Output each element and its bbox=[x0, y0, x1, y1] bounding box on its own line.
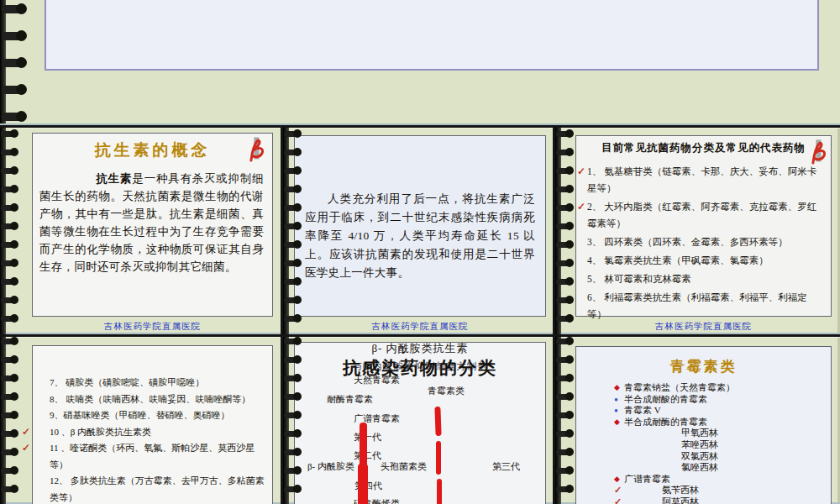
red-pen-stroke bbox=[436, 441, 441, 475]
red-pen-stroke bbox=[437, 479, 442, 504]
list-item: ●半合成耐酸的青霉素 bbox=[614, 394, 831, 406]
slide-5: β- 内酰胺类抗生素 与β-内酰胺酶抑制剂复方制剂 抗感染药物的分类 天然青霉素… bbox=[294, 342, 546, 504]
list-item-text: 半合成耐酸的青霉素 bbox=[624, 394, 707, 404]
list-item-text: 双氯西林 bbox=[681, 451, 718, 461]
list-item-text: 4、 氯霉素类抗生素（甲砜霉素、氯霉素） bbox=[587, 255, 769, 265]
list-item: ◆青霉素钠盐（天然青霉素） bbox=[614, 382, 831, 394]
list-item: 3、 四环素类（四环素、金霉素、多西环素等） bbox=[587, 234, 824, 250]
list-item-text: 阿莫西林 bbox=[662, 496, 699, 504]
list-item: ◆广谱青霉素 bbox=[614, 474, 831, 486]
list-item: ✓氨苄西林 bbox=[614, 485, 831, 496]
handout-page-6: 青霉素类 ◆青霉素钠盐（天然青霉素） ●半合成耐酸的青霉素 ●青霉素 V ◆半合… bbox=[555, 337, 840, 504]
tree-label: 第二代 bbox=[354, 449, 381, 462]
slide-2: 人类充分利用了后一点，将抗生素广泛应用于临床，到二十世纪末感染性疾病病死率降至 … bbox=[294, 135, 546, 317]
blank-slide-area bbox=[45, 0, 819, 71]
list-item-text: 11 、喹诺酮类（环丙、氧氟、斯帕沙星、莫西沙星等） bbox=[50, 443, 255, 470]
list-item-text: 2、 大环内脂类（红霉素、阿齐霉素、克拉霉素、罗红霉素等） bbox=[587, 202, 816, 228]
list-item-text: 苯唑西林 bbox=[681, 439, 718, 449]
list-item-text: 1、 氨基糖苷类（链霉素、卡那、庆大、妥布、阿米卡星等） bbox=[587, 166, 816, 193]
list-item-text: 3、 四环素类（四环素、金霉素、多西环素等） bbox=[587, 237, 788, 247]
handout-page-3: 目前常见抗菌药物分类及常见的代表药物 ✓1、 氨基糖苷类（链霉素、卡那、庆大、妥… bbox=[555, 128, 840, 334]
list-item: ●青霉素 V bbox=[614, 405, 831, 417]
red-pen-stroke bbox=[434, 407, 441, 436]
list-item-text: 7、 磺胺类（磺胺嘧啶、磺胺甲噁唑） bbox=[50, 377, 204, 387]
list-item: ✓10 、β 内酰胺类抗生素类 bbox=[50, 424, 267, 441]
diamond-bullet-icon: ◆ bbox=[614, 474, 624, 486]
list-item: 氯唑西林 bbox=[681, 462, 831, 474]
slide-body: 人类充分利用了后一点，将抗生素广泛应用于临床，到二十世纪末感染性疾病病死率降至 … bbox=[305, 190, 535, 282]
handout-page-5: β- 内酰胺类抗生素 与β-内酰胺酶抑制剂复方制剂 抗感染药物的分类 天然青霉素… bbox=[283, 337, 553, 504]
list-item: ✓11 、喹诺酮类（环丙、氧氟、斯帕沙星、莫西沙星等） bbox=[50, 440, 267, 473]
tree-label: 天然青霉素 bbox=[354, 374, 400, 386]
slide-title: 青霉素类 bbox=[576, 357, 831, 376]
spiral-binding bbox=[0, 0, 30, 123]
handout-page-1: 抗生素的概念 抗生素是一种具有杀灭或抑制细菌生长的药物。天然抗菌素是微生物的代谢… bbox=[0, 128, 281, 334]
body-bold-term: 抗生素 bbox=[97, 172, 133, 185]
drug-class-list: 7、 磺胺类（磺胺嘧啶、磺胺甲噁唑） 8、 呋喃类（呋喃西林、呋喃妥因、呋喃唑酮… bbox=[33, 375, 267, 504]
list-item: 6、 利福霉素类抗生素（利福霉素、利福平、利福定等） bbox=[587, 289, 824, 323]
slide-heading-small: β- 内酰胺类抗生素 bbox=[295, 341, 545, 356]
handout-page-2: 人类充分利用了后一点，将抗生素广泛应用于临床，到二十世纪末感染性疾病病死率降至 … bbox=[283, 128, 553, 334]
notebook-page-top bbox=[0, 0, 840, 125]
tree-label: β- 内酰胺类 bbox=[307, 460, 354, 473]
spiral-binding bbox=[555, 337, 585, 504]
slide-footer: 吉林医药学院直属医院 bbox=[294, 321, 546, 333]
list-item-text: 青霉素钠盐（天然青霉素） bbox=[624, 382, 735, 392]
slide-heading-large: 抗感染药物的分类 bbox=[295, 356, 545, 380]
drug-class-list: ✓1、 氨基糖苷类（链霉素、卡那、庆大、妥布、阿米卡星等） ✓2、 大环内脂类（… bbox=[576, 163, 824, 323]
list-item-text: 半合成耐酶的青霉素 bbox=[624, 417, 707, 427]
spiral-binding bbox=[283, 337, 313, 504]
slide-body: 抗生素是一种具有杀灭或抑制细菌生长的药物。天然抗菌素是微生物的代谢产物，其中有一… bbox=[39, 170, 264, 276]
tree-label: 耐酶青霉素 bbox=[327, 393, 373, 406]
hospital-logo-icon bbox=[807, 138, 829, 168]
slide-title: 目前常见抗菌药物分类及常见的代表药物 bbox=[576, 141, 831, 155]
tree-label: 第一代 bbox=[354, 431, 381, 444]
list-item: 苯唑西林 bbox=[681, 439, 831, 451]
list-item-text: 甲氧西林 bbox=[681, 428, 718, 438]
list-item-text: 青霉素 V bbox=[624, 405, 661, 415]
checkmark-icon: ✓ bbox=[614, 496, 662, 504]
list-item-text: 广谱青霉素 bbox=[624, 474, 670, 484]
list-item-text: 8、 呋喃类（呋喃西林、呋喃妥因、呋喃唑酮等） bbox=[50, 394, 250, 404]
list-item: ◆半合成耐酶的青霉素 bbox=[614, 417, 831, 428]
slide-4: 7、 磺胺类（磺胺嘧啶、磺胺甲噁唑） 8、 呋喃类（呋喃西林、呋喃妥因、呋喃唑酮… bbox=[32, 345, 273, 504]
spiral-binding bbox=[555, 128, 585, 334]
slide-6: 青霉素类 ◆青霉素钠盐（天然青霉素） ●半合成耐酸的青霉素 ●青霉素 V ◆半合… bbox=[575, 346, 832, 504]
tree-label: 第三代 bbox=[492, 460, 520, 473]
list-item-text: 5、 林可霉素和克林霉素 bbox=[587, 274, 691, 284]
body-text: 是一种具有杀灭或抑制细菌生长的药物。天然抗菌素是微生物的代谢产物，其中有一些是肽… bbox=[39, 172, 264, 273]
slide-title: 抗生素的概念 bbox=[33, 139, 272, 161]
list-item: ✓阿莫西林 bbox=[614, 496, 831, 504]
dot-bullet-icon: ● bbox=[614, 394, 624, 406]
list-item-text: 氯唑西林 bbox=[681, 462, 718, 472]
list-item: ✓2、 大环内脂类（红霉素、阿齐霉素、克拉霉素、罗红霉素等） bbox=[587, 198, 824, 232]
overlapping-titles: 与β-内酰胺酶抑制剂复方制剂 抗感染药物的分类 bbox=[295, 356, 545, 381]
list-item-text: 10 、β 内酰胺类抗生素类 bbox=[50, 427, 151, 437]
list-item: 12、 多肽类抗生素（万古霉素、去甲万古、多粘菌素类等） bbox=[50, 473, 267, 504]
spiral-binding bbox=[0, 337, 30, 504]
diamond-bullet-icon: ◆ bbox=[614, 382, 624, 394]
red-pen-stroke bbox=[358, 464, 368, 504]
list-item: 4、 氯霉素类抗生素（甲砜霉素、氯霉素） bbox=[587, 252, 824, 269]
list-item-text: 12、 多肽类抗生素（万古霉素、去甲万古、多粘菌素类等） bbox=[50, 475, 265, 502]
slide-1: 抗生素的概念 抗生素是一种具有杀灭或抑制细菌生长的药物。天然抗菌素是微生物的代谢… bbox=[32, 133, 273, 317]
tree-label: 头孢菌素类 bbox=[381, 460, 427, 473]
penicillin-list: ◆青霉素钠盐（天然青霉素） ●半合成耐酸的青霉素 ●青霉素 V ◆半合成耐酶的青… bbox=[576, 382, 831, 504]
tree-label: 青霉素类 bbox=[428, 385, 465, 397]
list-item: 5、 林可霉素和克林霉素 bbox=[587, 270, 824, 287]
diamond-bullet-icon: ◆ bbox=[614, 417, 624, 428]
checkmark-icon: ✓ bbox=[614, 485, 662, 496]
slide-footer: 吉林医药学院直属医院 bbox=[32, 321, 273, 333]
slide-footer: 吉林医药学院直属医院 bbox=[575, 321, 832, 333]
list-item: 9、硝基咪唑类（甲硝唑、替硝唑、奥硝唑） bbox=[50, 407, 267, 424]
list-item-text: 氨苄西林 bbox=[662, 485, 699, 495]
handout-page-4: 7、 磺胺类（磺胺嘧啶、磺胺甲噁唑） 8、 呋喃类（呋喃西林、呋喃妥因、呋喃唑酮… bbox=[0, 337, 281, 504]
list-item: 7、 磺胺类（磺胺嘧啶、磺胺甲噁唑） bbox=[50, 375, 267, 391]
list-item: 甲氧西林 bbox=[681, 428, 831, 439]
slide-3: 目前常见抗菌药物分类及常见的代表药物 ✓1、 氨基糖苷类（链霉素、卡那、庆大、妥… bbox=[575, 135, 832, 317]
list-item: 8、 呋喃类（呋喃西林、呋喃妥因、呋喃唑酮等） bbox=[50, 391, 267, 408]
list-item: 双氯西林 bbox=[681, 451, 831, 463]
spiral-binding bbox=[283, 128, 313, 334]
dot-bullet-icon: ● bbox=[614, 405, 624, 417]
list-item: ✓1、 氨基糖苷类（链霉素、卡那、庆大、妥布、阿米卡星等） bbox=[587, 163, 824, 197]
